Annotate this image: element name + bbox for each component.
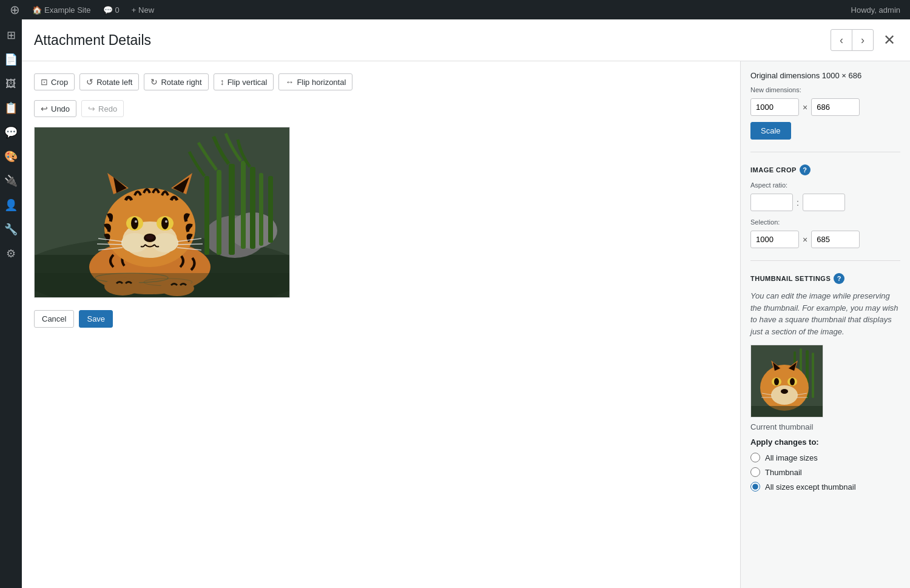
selection-row: × [750, 231, 900, 248]
redo-label: Redo [98, 104, 117, 113]
svg-point-22 [146, 235, 154, 240]
dimensions-separator: × [803, 103, 807, 112]
flip-vertical-label: Flip vertical [228, 78, 268, 87]
svg-point-46 [771, 385, 798, 405]
sidebar-comments-icon[interactable]: 💬 [0, 121, 22, 143]
save-button[interactable]: Save [79, 310, 113, 328]
crop-button[interactable]: ⊡ Crop [34, 73, 75, 90]
rotate-left-icon: ↺ [86, 77, 93, 87]
sidebar-plugins-icon[interactable]: 🔌 [0, 170, 22, 192]
selection-height-input[interactable] [811, 231, 860, 248]
sidebar-users-icon[interactable]: 👤 [0, 194, 22, 216]
thumbnail-preview [750, 345, 823, 417]
aspect-height-input[interactable] [803, 194, 845, 211]
modal-title: Attachment Details [34, 32, 151, 49]
rotate-right-button[interactable]: ↻ Rotate right [144, 73, 208, 90]
svg-rect-6 [217, 170, 221, 255]
image-crop-title: IMAGE CROP ? [750, 164, 900, 175]
flip-vertical-button[interactable]: ↕ Flip vertical [214, 73, 274, 90]
modal-nav: ‹ › [831, 29, 874, 51]
aspect-ratio-row: : [750, 194, 900, 211]
sidebar-settings-icon[interactable]: ⚙ [0, 243, 22, 265]
comments-item[interactable]: 💬 0 [98, 0, 124, 19]
radio-thumbnail[interactable]: Thumbnail [750, 467, 900, 477]
admin-bar-right: Howdy, admin [846, 0, 905, 19]
thumbnail-settings-section: THUMBNAIL SETTINGS ? You can edit the im… [750, 273, 900, 509]
prev-button[interactable]: ‹ [831, 29, 852, 51]
user-greeting-text: Howdy, admin [851, 5, 900, 15]
flip-horizontal-button[interactable]: ↔ Flip horizontal [278, 73, 352, 90]
site-name: Example Site [44, 5, 91, 15]
tiger-svg [35, 127, 289, 297]
modal-header: Attachment Details ‹ › ✕ [22, 19, 910, 61]
sidebar-posts-icon[interactable]: 📄 [0, 49, 22, 70]
crop-icon: ⊡ [41, 77, 48, 87]
modal-overlay: Attachment Details ‹ › ✕ ⊡ [22, 19, 910, 588]
height-input[interactable] [811, 98, 860, 116]
redo-button[interactable]: ↪ Redo [81, 100, 124, 117]
flip-vertical-icon: ↕ [220, 77, 224, 87]
scale-section: Original dimensions 1000 × 686 New dimen… [750, 71, 900, 152]
selection-width-input[interactable] [750, 231, 799, 248]
svg-rect-5 [204, 176, 209, 255]
wp-logo-item[interactable]: ⊕ [5, 0, 25, 19]
svg-point-25 [131, 217, 138, 229]
crop-label: Crop [51, 78, 68, 87]
scale-button[interactable]: Scale [750, 122, 791, 140]
right-panel: Original dimensions 1000 × 686 New dimen… [740, 61, 910, 588]
thumbnail-image [751, 345, 823, 417]
undo-label: Undo [51, 104, 70, 113]
image-crop-help-icon[interactable]: ? [800, 164, 811, 175]
sidebar-pages-icon[interactable]: 📋 [0, 97, 22, 119]
editor-actions: Cancel Save [34, 310, 728, 328]
next-button[interactable]: › [852, 29, 874, 51]
svg-rect-8 [241, 161, 246, 249]
radio-all-sizes[interactable]: All image sizes [750, 453, 900, 462]
redo-icon: ↪ [88, 104, 95, 113]
svg-line-33 [177, 244, 203, 245]
sidebar-tools-icon[interactable]: 🔧 [0, 218, 22, 240]
site-name-item[interactable]: 🏠 Example Site [27, 0, 96, 19]
editor-area: ⊡ Crop ↺ Rotate left ↻ Rotate right ↕ [22, 61, 740, 588]
new-dimensions-label: New dimensions: [750, 86, 900, 93]
sidebar-appearance-icon[interactable]: 🎨 [0, 146, 22, 167]
new-item[interactable]: + New [127, 0, 159, 19]
aspect-width-input[interactable] [750, 194, 793, 211]
new-label: + New [132, 5, 154, 15]
svg-point-54 [790, 378, 795, 385]
flip-horizontal-icon: ↔ [285, 77, 294, 87]
rotate-left-button[interactable]: ↺ Rotate left [79, 73, 139, 90]
user-greeting[interactable]: Howdy, admin [846, 0, 905, 19]
cancel-button[interactable]: Cancel [34, 310, 74, 328]
thumbnail-help-icon[interactable]: ? [834, 273, 844, 284]
width-input[interactable] [750, 98, 799, 116]
image-container [34, 127, 290, 298]
radio-all-except-thumbnail-label: All sizes except thumbnail [765, 482, 856, 492]
undo-button[interactable]: ↩ Undo [34, 100, 76, 117]
rotate-right-label: Rotate right [161, 78, 201, 87]
svg-rect-9 [250, 167, 255, 249]
svg-rect-60 [751, 406, 823, 417]
sidebar-media-icon[interactable]: 🖼 [0, 73, 22, 95]
current-thumbnail-label: Current thumbnail [750, 422, 900, 431]
editor-toolbar: ⊡ Crop ↺ Rotate left ↻ Rotate right ↕ [34, 73, 728, 90]
main-content: Attachment Details ‹ › ✕ ⊡ [22, 19, 910, 588]
svg-rect-11 [268, 176, 273, 243]
new-dimensions-row: × [750, 98, 900, 116]
apply-changes-label: Apply changes to: [750, 438, 900, 447]
radio-all-except-thumbnail[interactable]: All sizes except thumbnail [750, 482, 900, 492]
svg-point-28 [165, 220, 167, 223]
close-button[interactable]: ✕ [881, 30, 898, 50]
radio-thumbnail-input[interactable] [750, 467, 760, 477]
aspect-separator: : [797, 198, 799, 208]
comments-icon: 💬 [103, 5, 113, 15]
sidebar-dashboard-icon[interactable]: ⊞ [0, 24, 22, 46]
svg-rect-7 [229, 164, 235, 255]
radio-all-except-thumbnail-input[interactable] [750, 482, 760, 492]
image-crop-section: IMAGE CROP ? Aspect ratio: : Selection: [750, 164, 900, 261]
thumbnail-description: You can edit the image while preserving … [750, 290, 900, 337]
toolbar-row2: ↩ Undo ↪ Redo [34, 100, 728, 117]
svg-line-30 [97, 244, 123, 245]
radio-all-sizes-input[interactable] [750, 453, 760, 462]
svg-rect-39 [35, 273, 289, 297]
